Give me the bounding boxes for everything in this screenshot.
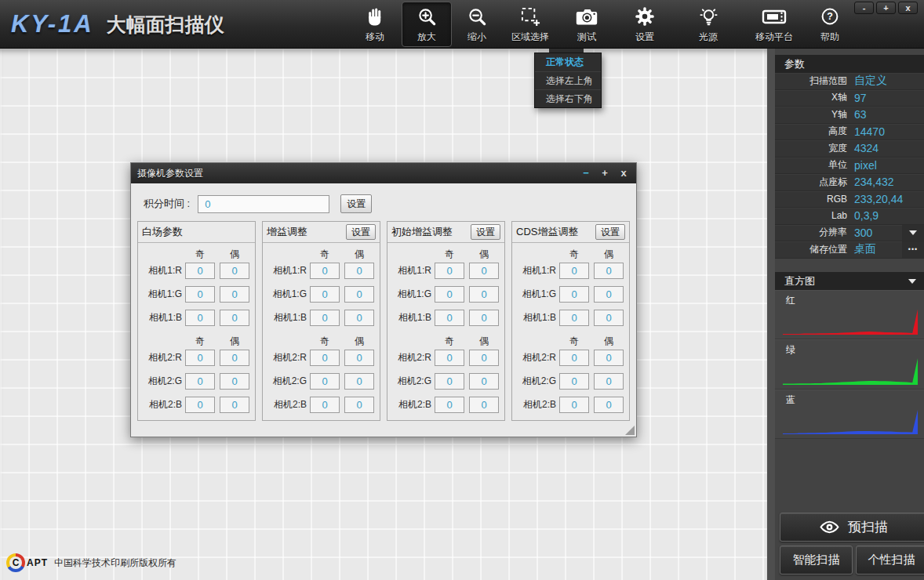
even-value-input[interactable]: 0 — [594, 310, 624, 326]
dialog-close-button[interactable]: x — [617, 167, 630, 179]
parameter-value: 0,3,9 — [854, 209, 924, 222]
group-set-button[interactable]: 设置 — [346, 224, 376, 240]
histogram-header[interactable]: 直方图 — [775, 272, 924, 290]
even-value-input[interactable]: 0 — [220, 310, 249, 326]
toolbar-button-platform[interactable]: 移动平台 — [742, 2, 806, 47]
toolbar-button-settings[interactable]: 设置 — [615, 2, 675, 47]
odd-value-input[interactable]: 0 — [559, 397, 589, 413]
even-value-input[interactable]: 0 — [220, 263, 249, 279]
even-value-input[interactable]: 0 — [344, 286, 374, 303]
app-window: KY-1A 大幅面扫描仪 移动 — [0, 0, 924, 580]
even-value-input[interactable]: 0 — [469, 286, 499, 303]
camera-channel-label: 相机2:B — [392, 398, 431, 411]
group-set-button[interactable]: 设置 — [595, 224, 625, 240]
odd-value-input[interactable]: 0 — [559, 350, 589, 366]
odd-column-header: 奇 — [310, 335, 340, 348]
odd-value-input[interactable]: 0 — [435, 286, 464, 303]
toolbar-button-light[interactable]: 光源 — [675, 2, 742, 47]
custom-scan-button[interactable]: 个性扫描 — [856, 546, 924, 575]
odd-value-input[interactable]: 0 — [310, 373, 340, 390]
odd-value-input[interactable]: 0 — [435, 397, 464, 413]
menu-item-select-top-left[interactable]: 选择左上角 — [535, 71, 601, 89]
menu-item-select-bottom-right[interactable]: 选择右下角 — [535, 89, 601, 107]
odd-value-input[interactable]: 0 — [310, 350, 340, 366]
app-title: 大幅面扫描仪 — [107, 12, 224, 38]
dialog-maximize-button[interactable]: + — [598, 167, 611, 179]
smart-scan-button[interactable]: 智能扫描 — [780, 546, 853, 575]
even-value-input[interactable]: 0 — [469, 310, 499, 326]
odd-value-input[interactable]: 0 — [185, 286, 215, 303]
toolbar-button-area-select[interactable]: 区域选择 — [502, 2, 558, 47]
histogram-block: 绿 — [775, 339, 924, 389]
even-value-input[interactable]: 0 — [594, 373, 624, 390]
even-value-input[interactable]: 0 — [220, 286, 249, 303]
odd-value-input[interactable]: 0 — [310, 286, 340, 303]
even-value-input[interactable]: 0 — [594, 350, 624, 366]
integration-set-button[interactable]: 设置 — [340, 194, 372, 213]
even-value-input[interactable]: 0 — [594, 263, 624, 279]
camera-value-row: 相机2:B 0 0 — [392, 397, 500, 413]
dialog-titlebar[interactable]: 摄像机参数设置 − + x — [131, 163, 636, 183]
parameter-value: pixel — [854, 159, 924, 172]
resolution-dropdown-button[interactable] — [902, 225, 924, 241]
param-rows: 扫描范围 自定义 X轴 97 Y轴 63 高度 14470 宽度 4324 单位… — [775, 73, 924, 259]
even-value-input[interactable]: 0 — [344, 397, 374, 413]
parameter-label: 单位 — [775, 158, 847, 172]
odd-value-input[interactable]: 0 — [185, 310, 215, 326]
even-value-input[interactable]: 0 — [344, 263, 374, 279]
odd-value-input[interactable]: 0 — [310, 397, 340, 413]
even-value-input[interactable]: 0 — [220, 397, 249, 413]
odd-value-input[interactable]: 0 — [185, 350, 215, 366]
even-value-input[interactable]: 0 — [469, 350, 499, 366]
resize-grip[interactable] — [625, 426, 635, 435]
integration-time-input[interactable] — [198, 195, 329, 213]
odd-value-input[interactable]: 0 — [185, 263, 215, 279]
group-set-button[interactable]: 设置 — [471, 224, 500, 240]
group-title: 初始增益调整 — [391, 225, 453, 239]
even-column-header: 偶 — [594, 335, 624, 348]
odd-value-input[interactable]: 0 — [435, 373, 464, 390]
even-column-header: 偶 — [220, 248, 249, 261]
even-value-input[interactable]: 0 — [594, 286, 624, 303]
window-maximize-button[interactable]: + — [876, 2, 896, 14]
odd-value-input[interactable]: 0 — [185, 373, 215, 390]
even-value-input[interactable]: 0 — [344, 350, 374, 366]
even-value-input[interactable]: 0 — [469, 373, 499, 390]
toolbar-button-help[interactable]: ? 帮助 — [806, 2, 853, 47]
odd-value-input[interactable]: 0 — [185, 397, 215, 413]
chevron-down-icon — [909, 230, 917, 235]
odd-value-input[interactable]: 0 — [559, 373, 589, 390]
camera-value-row: 相机1:R 0 0 — [143, 263, 250, 279]
odd-value-input[interactable]: 0 — [310, 310, 340, 326]
camera-value-row: 相机2:B 0 0 — [267, 397, 375, 413]
toolbar-button-zoom-in[interactable]: 放大 — [402, 2, 452, 47]
toolbar-button-move[interactable]: 移动 — [348, 2, 402, 47]
camera-channel-label: 相机2:R — [392, 351, 431, 364]
camera-block: 奇 偶 相机1:R 0 0 相机1:G 0 0 相机1:B 0 0 — [517, 246, 624, 326]
window-minimize-button[interactable]: - — [854, 2, 874, 14]
window-close-button[interactable]: x — [898, 2, 918, 14]
gain-groups: 白场参数 奇 偶 相机1:R 0 0 相机1:G 0 0 相机1:B 0 0 奇… — [131, 221, 636, 421]
even-value-input[interactable]: 0 — [344, 310, 374, 326]
odd-value-input[interactable]: 0 — [435, 350, 464, 366]
odd-value-input[interactable]: 0 — [559, 310, 589, 326]
toolbar-button-test[interactable]: 测试 — [558, 2, 615, 47]
odd-value-input[interactable]: 0 — [310, 263, 340, 279]
toolbar-button-zoom-out[interactable]: 缩小 — [452, 2, 502, 47]
odd-value-input[interactable]: 0 — [559, 286, 589, 303]
prescan-button[interactable]: 预扫描 — [780, 513, 924, 542]
even-value-input[interactable]: 0 — [220, 350, 249, 366]
even-value-input[interactable]: 0 — [469, 263, 499, 279]
dialog-minimize-button[interactable]: − — [580, 167, 592, 179]
even-value-input[interactable]: 0 — [220, 373, 249, 390]
odd-value-input[interactable]: 0 — [435, 263, 464, 279]
even-value-input[interactable]: 0 — [344, 373, 374, 390]
capt-logo-text: APT — [27, 557, 48, 568]
parameter-value: 234,432 — [854, 176, 924, 188]
odd-value-input[interactable]: 0 — [559, 263, 589, 279]
menu-item-normal-state[interactable]: 正常状态 — [535, 53, 601, 71]
storage-browse-button[interactable]: ••• — [902, 241, 924, 258]
even-value-input[interactable]: 0 — [594, 397, 624, 413]
odd-value-input[interactable]: 0 — [435, 310, 464, 326]
even-value-input[interactable]: 0 — [469, 397, 499, 413]
